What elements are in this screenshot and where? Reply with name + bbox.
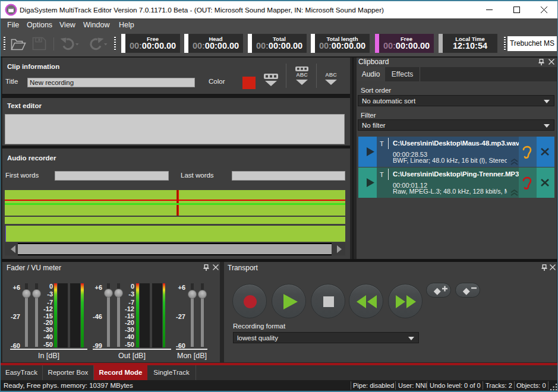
svg-text:ABC: ABC (296, 72, 308, 78)
svg-text:ABC: ABC (325, 72, 337, 78)
